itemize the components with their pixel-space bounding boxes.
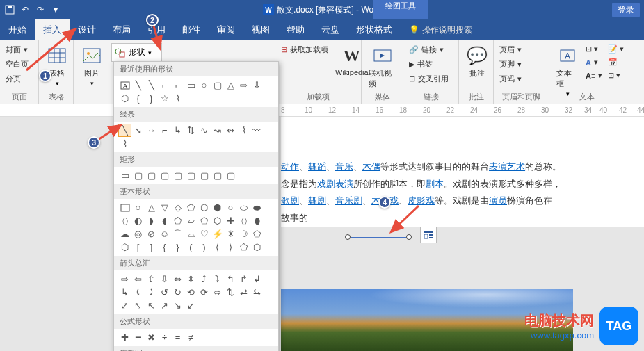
shape-b40[interactable]: ) (198, 240, 211, 254)
shape-b29[interactable]: ♡ (198, 227, 211, 240)
shape-curve[interactable]: ∿ (198, 124, 211, 137)
page-break-button[interactable]: 分页 (4, 72, 30, 85)
shape-b2[interactable]: ○ (131, 201, 145, 214)
tab-insert[interactable]: 插入 (35, 19, 70, 40)
shape-elbow-double[interactable]: ⇅ (184, 124, 198, 137)
shape-line-arrow[interactable]: ↘ (131, 124, 145, 137)
link-4[interactable]: 木偶 (362, 161, 380, 172)
shape-textbox[interactable]: A (118, 79, 131, 92)
shape-a18[interactable]: ⟳ (198, 286, 211, 299)
shape-b31[interactable]: ☀ (224, 227, 237, 240)
link-12[interactable]: 皮影戏 (408, 195, 435, 206)
header-button[interactable]: 页眉 ▾ (498, 43, 523, 56)
shape-scribble[interactable]: 〰 (250, 124, 264, 137)
shape-b23[interactable]: ☁ (118, 227, 131, 240)
shape-b9[interactable]: ○ (224, 201, 237, 214)
shape-b8[interactable]: ⬢ (211, 201, 224, 214)
link-9[interactable]: 舞剧 (308, 195, 326, 206)
tab-home[interactable]: 开始 (0, 19, 35, 40)
shape-curve-double[interactable]: ↭ (224, 124, 237, 137)
shape-b1[interactable] (118, 201, 131, 214)
shape-b15[interactable]: ◖ (158, 214, 171, 227)
shape-plus[interactable]: ✚ (118, 331, 131, 344)
shape-b39[interactable]: ( (184, 240, 198, 254)
shape-b35[interactable]: [ (131, 240, 145, 254)
shape-lbrace[interactable]: { (131, 92, 145, 105)
link-13[interactable]: 演员 (489, 195, 507, 206)
link-10[interactable]: 音乐剧 (335, 195, 362, 206)
shape-b33[interactable]: ⬠ (250, 227, 264, 240)
shape-a19[interactable]: ⬄ (211, 286, 224, 299)
shape-a4[interactable]: ⇩ (158, 272, 171, 286)
crossref-button[interactable]: ⊡交叉引用 (408, 72, 450, 85)
shape-a3[interactable]: ⇧ (145, 272, 158, 286)
shape-rect[interactable]: ▭ (184, 79, 198, 92)
shape-mult[interactable]: ✖ (145, 331, 158, 344)
shape-b27[interactable]: ⌒ (171, 227, 184, 240)
shape-a6[interactable]: ⇕ (184, 272, 198, 286)
shape-a14[interactable]: ⤸ (145, 286, 158, 299)
redo-icon[interactable]: ↷ (35, 4, 46, 15)
shape-b34[interactable]: ⬡ (118, 240, 131, 254)
link-5[interactable]: 表演艺术 (489, 161, 525, 172)
shape-b28[interactable]: ⌓ (184, 227, 198, 240)
document-page[interactable]: 动作、舞蹈、音乐、木偶等形式达到叙事目的的舞台表演艺术的总称。 念是指为戏剧表演… (281, 117, 644, 227)
get-addins-button[interactable]: ⊞ 获取加载项 (280, 43, 330, 56)
shape-a26[interactable]: ↗ (158, 299, 171, 312)
login-button[interactable]: 登录 (612, 3, 640, 17)
resize-handle-left[interactable] (345, 234, 351, 240)
shape-a16[interactable]: ↻ (171, 286, 184, 299)
text-parts-button[interactable]: ⊡ ▾ (584, 43, 604, 55)
shape-a25[interactable]: ↖ (145, 299, 158, 312)
shape-neq[interactable]: ≠ (184, 331, 198, 344)
shape-b11[interactable]: ⬬ (250, 201, 264, 214)
textbox-button[interactable]: A 文本框 ▾ (554, 43, 581, 99)
shape-b24[interactable]: ◎ (131, 227, 145, 240)
shape-a9[interactable]: ↰ (224, 272, 237, 286)
shape-line[interactable]: ╲ (131, 79, 145, 92)
tab-shape-format[interactable]: 形状格式 (348, 19, 401, 40)
shape-b30[interactable]: ⚡ (211, 227, 224, 240)
tab-layout[interactable]: 布局 (104, 19, 139, 40)
link-7[interactable]: 剧本 (426, 179, 444, 189)
shape-a17[interactable]: ⟲ (184, 286, 198, 299)
shape-b22[interactable]: ⬮ (250, 214, 264, 227)
shape-oval[interactable]: ○ (198, 79, 211, 92)
shape-b4[interactable]: ▽ (158, 201, 171, 214)
shape-b12[interactable]: ⬯ (118, 214, 131, 227)
footer-button[interactable]: 页脚 ▾ (498, 58, 523, 71)
shape-eq[interactable]: = (171, 331, 184, 344)
shape-r7[interactable]: ▢ (198, 169, 211, 182)
shape-elbow[interactable]: ⌐ (158, 124, 171, 137)
layout-options-button[interactable] (420, 227, 437, 243)
signature-button[interactable]: 📝 ▾ (606, 43, 625, 55)
resize-handle-right[interactable] (406, 234, 412, 240)
shape-curve-arrow[interactable]: ↝ (211, 124, 224, 137)
shape-r9[interactable]: ▢ (224, 169, 237, 182)
shape-line-straight[interactable]: ╲ (118, 124, 131, 137)
link-2[interactable]: 舞蹈 (308, 161, 326, 172)
shape-b32[interactable]: ☽ (237, 227, 250, 240)
shape-b7[interactable]: ⬡ (198, 201, 211, 214)
shape-r1[interactable]: ▭ (118, 169, 131, 182)
shape-a27[interactable]: ↘ (171, 299, 184, 312)
shape-freeform[interactable]: ⌇ (171, 92, 184, 105)
object-button[interactable]: ⊡ ▾ (606, 70, 625, 81)
shape-b36[interactable]: ] (145, 240, 158, 254)
shape-a15[interactable]: ↺ (158, 286, 171, 299)
shape-a20[interactable]: ⇅ (224, 286, 237, 299)
shapes-button[interactable]: 形状 ▾ (111, 43, 162, 62)
shape-b43[interactable]: ⬠ (237, 240, 250, 254)
shape-b37[interactable]: { (158, 240, 171, 254)
shape-b25[interactable]: ⊘ (145, 227, 158, 240)
shape-a10[interactable]: ↱ (237, 272, 250, 286)
tab-help[interactable]: 帮助 (278, 19, 313, 40)
shape-arrow2[interactable]: ⇩ (250, 79, 264, 92)
shape-connector[interactable]: ⌐ (158, 79, 171, 92)
shape-b19[interactable]: ⬡ (211, 214, 224, 227)
shape-hexagon[interactable]: ⬡ (118, 92, 131, 105)
datetime-button[interactable]: 📅 (606, 56, 625, 68)
shape-b3[interactable]: △ (145, 201, 158, 214)
dropcap-button[interactable]: A≡ ▾ (584, 70, 604, 81)
bookmark-button[interactable]: ▶书签 (408, 58, 450, 71)
